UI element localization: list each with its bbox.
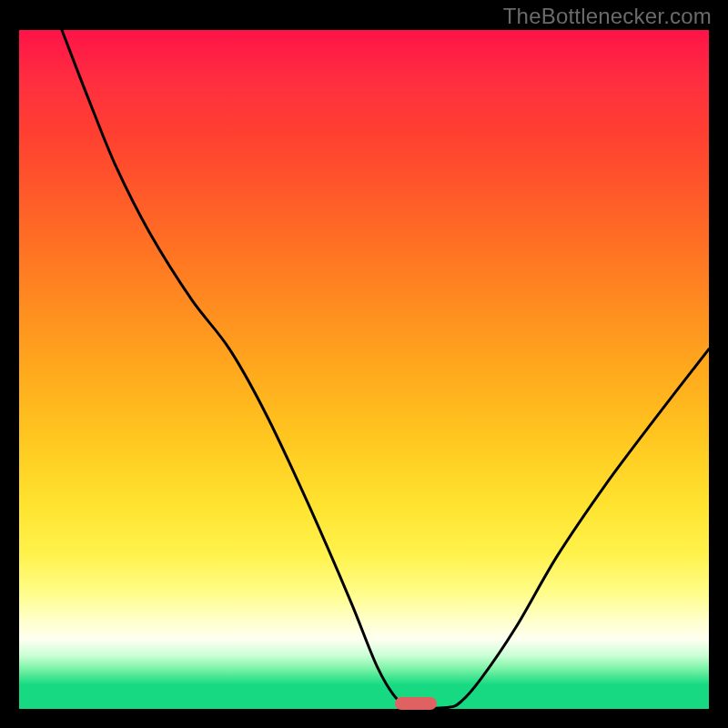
bottleneck-marker: [395, 697, 437, 710]
watermark-text: TheBottlenecker.com: [503, 4, 712, 29]
chart-plot-area: [19, 30, 709, 709]
bottleneck-curve: [19, 30, 709, 709]
